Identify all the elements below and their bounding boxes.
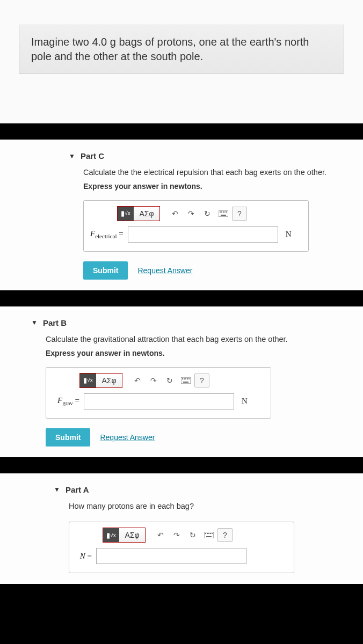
request-answer-link[interactable]: Request Answer — [137, 266, 192, 275]
part-a-variable-label: N = — [76, 552, 92, 561]
help-button[interactable]: ? — [232, 207, 247, 221]
svg-rect-20 — [206, 536, 212, 537]
keyboard-button[interactable] — [201, 528, 216, 542]
tool-group: ▮√x ΑΣφ — [103, 528, 146, 543]
part-a-title: Part A — [66, 485, 89, 494]
problem-statement: Imagine two 4.0 g bags of protons, one a… — [19, 25, 344, 74]
keyboard-icon — [219, 210, 228, 217]
part-b-unit: N — [242, 397, 248, 406]
part-b-title: Part B — [43, 318, 67, 327]
svg-rect-8 — [182, 378, 183, 379]
svg-rect-3 — [223, 211, 224, 213]
part-a-prompt: How many protons are in each bag? — [69, 501, 348, 513]
caret-down-icon: ▼ — [54, 486, 60, 493]
caret-down-icon: ▼ — [31, 319, 38, 326]
svg-rect-18 — [210, 533, 211, 534]
svg-rect-0 — [219, 210, 228, 217]
templates-button[interactable]: ▮√x — [118, 207, 134, 221]
toolbar: ▮√x ΑΣφ ↶ ↷ ↻ ? — [76, 528, 287, 543]
svg-rect-16 — [207, 533, 208, 534]
reset-button[interactable]: ↻ — [200, 207, 215, 221]
templates-button[interactable]: ▮√x — [103, 528, 119, 542]
part-c-title: Part C — [81, 151, 104, 160]
svg-rect-17 — [208, 533, 209, 534]
svg-rect-13 — [183, 382, 188, 383]
svg-rect-1 — [220, 211, 221, 213]
part-a-answer-input[interactable] — [96, 548, 246, 564]
part-c-answer-input[interactable] — [128, 226, 278, 243]
undo-button[interactable]: ↶ — [168, 207, 183, 221]
templates-button[interactable]: ▮√x — [80, 374, 96, 387]
keyboard-icon — [181, 377, 191, 384]
svg-rect-7 — [181, 377, 191, 384]
tool-group: ▮√x ΑΣφ — [117, 206, 160, 221]
redo-button[interactable]: ↷ — [184, 207, 199, 221]
part-b-instruction: Express your answer in newtons. — [46, 349, 348, 357]
undo-button[interactable]: ↶ — [153, 528, 168, 542]
part-c-block: ▼ Part C Calculate the the electrical re… — [0, 140, 363, 290]
submit-button[interactable]: Submit — [46, 428, 90, 447]
symbols-button[interactable]: ΑΣφ — [119, 528, 145, 542]
toolbar: ▮√x ΑΣφ ↶ ↷ ↻ ? — [90, 206, 302, 221]
svg-rect-5 — [226, 211, 227, 213]
redo-button[interactable]: ↷ — [169, 528, 184, 542]
part-b-variable-label: Fgrav = — [53, 396, 79, 406]
svg-rect-2 — [221, 211, 222, 213]
svg-rect-19 — [212, 533, 213, 534]
submit-button[interactable]: Submit — [83, 261, 128, 280]
toolbar: ▮√x ΑΣφ ↶ ↷ ↻ ? — [53, 373, 264, 388]
part-c-header[interactable]: ▼ Part C — [0, 141, 363, 167]
part-c-variable-label: Felectrical = — [90, 229, 124, 239]
svg-rect-14 — [204, 532, 214, 538]
keyboard-icon — [204, 532, 214, 538]
part-c-prompt: Calculate the the electrical repulsion t… — [83, 167, 348, 179]
part-a-block: ▼ Part A How many protons are in each ba… — [0, 473, 363, 584]
symbols-button[interactable]: ΑΣφ — [96, 374, 122, 387]
reset-button[interactable]: ↻ — [162, 374, 177, 387]
part-c-instruction: Express your answer in newtons. — [83, 182, 348, 191]
reset-button[interactable]: ↻ — [185, 528, 200, 542]
svg-rect-11 — [187, 378, 188, 379]
symbols-button[interactable]: ΑΣφ — [134, 207, 159, 221]
part-a-header[interactable]: ▼ Part A — [0, 474, 363, 501]
part-b-prompt: Calculate the gravitational attraction t… — [46, 334, 348, 346]
redo-button[interactable]: ↷ — [146, 374, 161, 387]
part-b-header[interactable]: ▼ Part B — [0, 308, 363, 334]
part-b-answer-input[interactable] — [84, 393, 234, 409]
help-button[interactable]: ? — [217, 528, 233, 542]
svg-rect-4 — [224, 211, 226, 213]
keyboard-button[interactable] — [216, 207, 231, 221]
part-c-unit: N — [286, 230, 292, 239]
help-button[interactable]: ? — [194, 374, 209, 387]
svg-rect-9 — [184, 378, 185, 379]
svg-rect-10 — [185, 378, 186, 379]
keyboard-button[interactable] — [178, 374, 193, 387]
part-a-input-area: ▮√x ΑΣφ ↶ ↷ ↻ ? N = — [69, 522, 294, 573]
part-b-input-area: ▮√x ΑΣφ ↶ ↷ ↻ ? Fgrav = N — [46, 367, 271, 419]
svg-rect-15 — [205, 533, 206, 534]
problem-block: Imagine two 4.0 g bags of protons, one a… — [0, 0, 363, 123]
part-b-block: ▼ Part B Calculate the gravitational att… — [0, 306, 363, 457]
svg-rect-12 — [188, 378, 190, 379]
tool-group: ▮√x ΑΣφ — [79, 373, 122, 388]
caret-down-icon: ▼ — [69, 152, 75, 160]
undo-button[interactable]: ↶ — [130, 374, 145, 387]
request-answer-link[interactable]: Request Answer — [100, 433, 155, 442]
svg-rect-6 — [221, 215, 226, 216]
part-c-input-area: ▮√x ΑΣφ ↶ ↷ ↻ ? Felectrical = N — [83, 200, 309, 252]
